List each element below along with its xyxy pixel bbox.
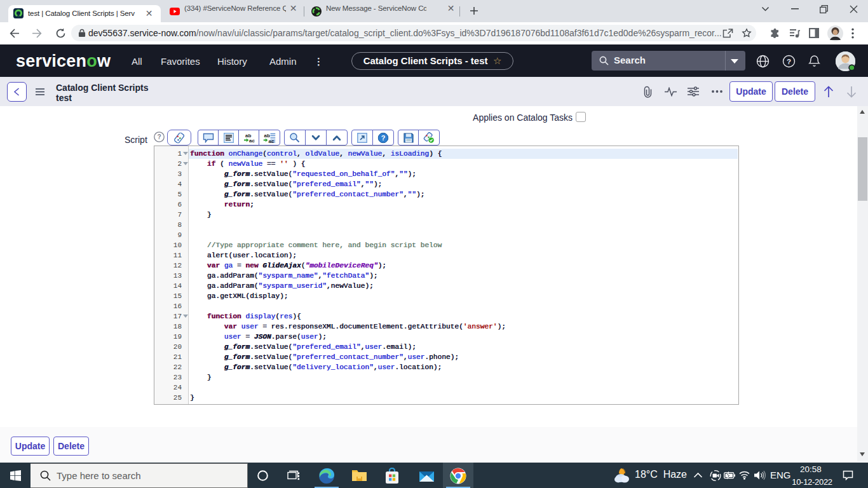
- svg-text:ac: ac: [269, 138, 275, 143]
- svg-text:ab: ab: [264, 132, 270, 138]
- svg-text:ac: ac: [249, 137, 255, 143]
- svg-text:?: ?: [381, 134, 386, 142]
- svg-text:?: ?: [157, 133, 161, 140]
- svg-text:?: ?: [787, 58, 791, 65]
